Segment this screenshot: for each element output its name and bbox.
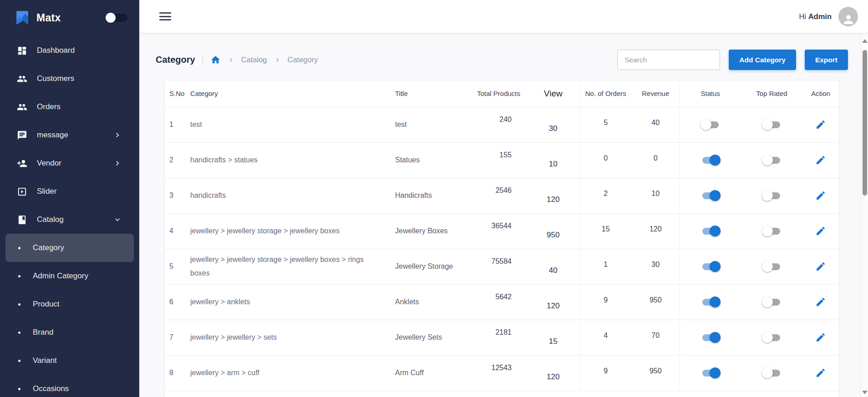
category-value: jewellery > arm > cuff <box>190 369 259 377</box>
scroll-up-button[interactable] <box>861 37 868 45</box>
edit-button[interactable] <box>813 224 828 238</box>
switch-thumb <box>710 367 721 378</box>
status-toggle[interactable] <box>700 190 721 201</box>
cell-top_rated <box>741 284 802 320</box>
sidebar-item-dashboard[interactable]: Dashboard <box>0 36 139 65</box>
top-rated-toggle[interactable] <box>762 296 782 307</box>
breadcrumb-home-link[interactable] <box>210 55 221 65</box>
edit-button[interactable] <box>813 259 828 274</box>
sidebar-item-label: Slider <box>37 187 128 196</box>
status-toggle[interactable] <box>700 367 721 378</box>
switch-thumb <box>710 190 721 201</box>
sno-value: 5 <box>169 262 173 270</box>
sidebar-item-occasions[interactable]: Occasions <box>5 375 134 397</box>
sidebar-item-slider[interactable]: Slider <box>0 177 139 206</box>
view-value: 120 <box>547 372 559 382</box>
total_products-value: 240 <box>499 116 512 124</box>
edit-button[interactable] <box>813 153 828 167</box>
edit-button[interactable] <box>813 188 828 203</box>
breadcrumb-link-category[interactable]: Category <box>288 55 318 64</box>
top-rated-toggle[interactable] <box>762 155 782 166</box>
sidebar-item-orders[interactable]: Orders <box>0 93 139 121</box>
add-category-button[interactable]: Add Category <box>729 50 796 70</box>
status-toggle[interactable] <box>700 119 721 130</box>
sidebar-item-message[interactable]: message <box>0 121 139 149</box>
status-toggle[interactable] <box>700 296 721 307</box>
sidebar-item-variant[interactable]: Variant <box>5 347 134 375</box>
home-icon <box>210 55 221 65</box>
bullet-icon <box>18 332 20 334</box>
sidebar-item-product[interactable]: Product <box>5 290 134 318</box>
status-toggle[interactable] <box>700 226 721 236</box>
table-header-row: S.NoCategoryTitleTotal ProductsViewNo. o… <box>165 80 839 107</box>
cell-sno: 2 <box>165 142 190 178</box>
greeting-text: Hi Admin <box>799 12 832 21</box>
sidebar: Matx Dashboard Customers Orders message … <box>0 0 139 397</box>
top-rated-toggle[interactable] <box>762 261 782 272</box>
sidebar-item-brand[interactable]: Brand <box>5 318 134 347</box>
total_products-value: 155 <box>499 151 512 159</box>
cell-action <box>802 142 839 178</box>
edit-button[interactable] <box>813 330 828 345</box>
menu-toggle-button[interactable] <box>157 8 173 25</box>
title-value: test <box>395 121 407 128</box>
category-value: jewellery > jewellery storage > jeweller… <box>190 256 364 277</box>
sidebar-item-admin-category[interactable]: Admin Category <box>5 262 134 290</box>
avatar[interactable] <box>838 7 858 26</box>
total_products-value: 5642 <box>495 293 512 301</box>
cell-total_products: 5642 <box>470 284 527 320</box>
sidebar-item-vendor[interactable]: Vendor <box>0 149 139 177</box>
category-value: handicrafts > statues <box>190 156 258 164</box>
switch-thumb <box>700 119 711 130</box>
chevron-right-icon <box>274 56 281 64</box>
cell-title: Handicrafts <box>395 178 470 213</box>
cell-orders: 15 <box>579 213 632 249</box>
sidebar-item-customers[interactable]: Customers <box>0 65 139 93</box>
top-rated-toggle[interactable] <box>762 226 782 236</box>
chevron-right-icon <box>113 159 122 168</box>
scrollbar-thumb[interactable] <box>863 50 867 196</box>
table-row: 2handicrafts > statuesStatues1551000 <box>165 142 839 178</box>
total_products-value: 2546 <box>495 186 512 195</box>
status-toggle[interactable] <box>700 261 721 272</box>
edit-button[interactable] <box>813 366 828 380</box>
cell-revenue: 0 <box>632 142 680 178</box>
column-header-status: Status <box>680 80 741 107</box>
sidebar-item-catalog[interactable]: Catalog <box>0 206 139 234</box>
cell-top_rated <box>741 355 802 391</box>
breadcrumb-link-catalog[interactable]: Catalog <box>241 55 267 64</box>
sidebar-mode-toggle[interactable] <box>106 12 127 23</box>
revenue-value: 950 <box>650 296 662 304</box>
cell-revenue: 30 <box>632 249 680 284</box>
column-header-action: Action <box>802 80 839 107</box>
edit-icon <box>815 332 826 343</box>
cell-revenue: 40 <box>632 107 680 142</box>
top-rated-toggle[interactable] <box>762 367 782 378</box>
top-rated-toggle[interactable] <box>762 190 782 201</box>
scrollbar[interactable] <box>861 33 868 397</box>
page-title: Category <box>156 55 195 65</box>
sidebar-nav: Dashboard Customers Orders message Vendo… <box>0 36 139 397</box>
view-value: 40 <box>549 266 558 275</box>
cell-view: 120 <box>527 178 579 213</box>
cell-total_products: 2181 <box>470 320 527 355</box>
cell-title: Anklets <box>395 284 470 320</box>
top-rated-toggle[interactable] <box>762 119 782 130</box>
cell-status <box>680 178 741 213</box>
status-toggle[interactable] <box>700 155 721 166</box>
edit-button[interactable] <box>813 117 828 132</box>
top-rated-toggle[interactable] <box>762 332 782 343</box>
status-toggle[interactable] <box>700 332 721 343</box>
title-value: Jewellery Sets <box>395 333 442 341</box>
scroll-down-button[interactable] <box>861 389 868 396</box>
main-content: Category | Catalog Category Add Category… <box>139 33 861 397</box>
cell-total_products: 12543 <box>470 355 527 391</box>
search-input[interactable] <box>617 50 720 70</box>
people-icon <box>17 102 27 112</box>
cell-orders: 0 <box>579 142 632 178</box>
people-icon <box>17 74 27 84</box>
column-header-sno: S.No <box>165 80 190 107</box>
export-button[interactable]: Export <box>805 50 848 70</box>
edit-button[interactable] <box>813 295 828 309</box>
sidebar-item-category[interactable]: Category <box>5 234 134 262</box>
